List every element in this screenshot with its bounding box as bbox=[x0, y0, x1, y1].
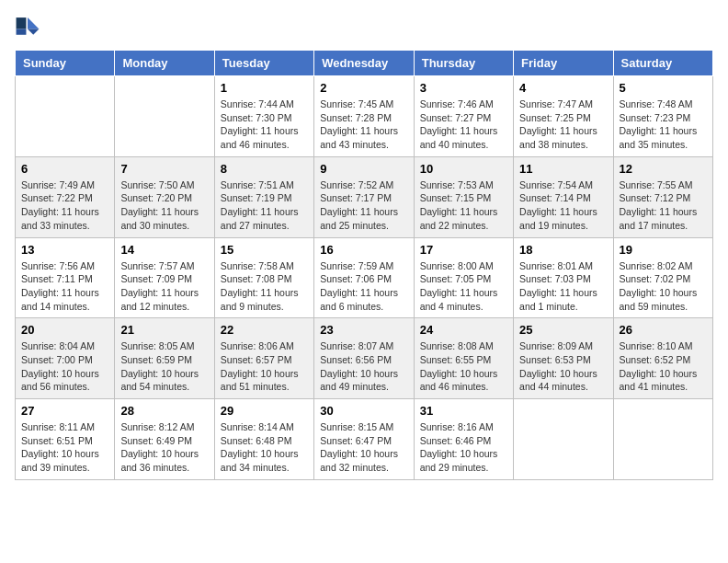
calendar-cell: 10Sunrise: 7:53 AM Sunset: 7:15 PM Dayli… bbox=[414, 156, 513, 237]
day-info: Sunrise: 8:09 AM Sunset: 6:53 PM Dayligh… bbox=[519, 339, 607, 394]
day-info: Sunrise: 7:54 AM Sunset: 7:14 PM Dayligh… bbox=[519, 178, 607, 233]
weekday-header-sunday: Sunday bbox=[16, 51, 115, 76]
day-info: Sunrise: 8:15 AM Sunset: 6:47 PM Dayligh… bbox=[320, 420, 407, 475]
day-number: 21 bbox=[120, 323, 208, 337]
day-number: 26 bbox=[620, 323, 707, 337]
calendar-cell: 2Sunrise: 7:45 AM Sunset: 7:28 PM Daylig… bbox=[314, 76, 414, 157]
day-number: 16 bbox=[320, 243, 407, 257]
calendar-cell: 20Sunrise: 8:04 AM Sunset: 7:00 PM Dayli… bbox=[16, 318, 115, 399]
day-number: 17 bbox=[420, 243, 507, 257]
calendar-cell: 31Sunrise: 8:16 AM Sunset: 6:46 PM Dayli… bbox=[414, 399, 513, 480]
day-number: 31 bbox=[420, 404, 507, 418]
day-info: Sunrise: 8:10 AM Sunset: 6:52 PM Dayligh… bbox=[620, 339, 707, 394]
calendar-cell bbox=[514, 399, 613, 480]
day-info: Sunrise: 8:07 AM Sunset: 6:56 PM Dayligh… bbox=[320, 339, 407, 394]
calendar-cell: 11Sunrise: 7:54 AM Sunset: 7:14 PM Dayli… bbox=[514, 156, 613, 237]
day-number: 28 bbox=[120, 404, 208, 418]
day-info: Sunrise: 8:01 AM Sunset: 7:03 PM Dayligh… bbox=[519, 259, 607, 314]
day-number: 8 bbox=[221, 162, 308, 176]
day-number: 6 bbox=[21, 162, 108, 176]
day-info: Sunrise: 7:48 AM Sunset: 7:23 PM Dayligh… bbox=[620, 98, 707, 152]
day-number: 18 bbox=[519, 243, 607, 257]
calendar-cell: 14Sunrise: 7:57 AM Sunset: 7:09 PM Dayli… bbox=[115, 237, 214, 318]
calendar-cell: 19Sunrise: 8:02 AM Sunset: 7:02 PM Dayli… bbox=[613, 237, 712, 318]
calendar-cell: 15Sunrise: 7:58 AM Sunset: 7:08 PM Dayli… bbox=[214, 237, 313, 318]
day-number: 30 bbox=[320, 404, 407, 418]
calendar-cell: 6Sunrise: 7:49 AM Sunset: 7:22 PM Daylig… bbox=[16, 156, 115, 237]
day-number: 3 bbox=[420, 81, 507, 95]
calendar-cell: 4Sunrise: 7:47 AM Sunset: 7:25 PM Daylig… bbox=[514, 76, 613, 157]
day-number: 2 bbox=[320, 81, 407, 95]
calendar-cell: 13Sunrise: 7:56 AM Sunset: 7:11 PM Dayli… bbox=[16, 237, 115, 318]
day-info: Sunrise: 7:58 AM Sunset: 7:08 PM Dayligh… bbox=[221, 259, 308, 314]
day-info: Sunrise: 7:52 AM Sunset: 7:17 PM Dayligh… bbox=[320, 178, 407, 233]
day-number: 15 bbox=[221, 243, 308, 257]
calendar-cell: 22Sunrise: 8:06 AM Sunset: 6:57 PM Dayli… bbox=[214, 318, 313, 399]
day-number: 20 bbox=[21, 323, 108, 337]
day-info: Sunrise: 8:08 AM Sunset: 6:55 PM Dayligh… bbox=[420, 339, 507, 394]
day-info: Sunrise: 8:00 AM Sunset: 7:05 PM Dayligh… bbox=[420, 259, 507, 314]
calendar-cell: 5Sunrise: 7:48 AM Sunset: 7:23 PM Daylig… bbox=[613, 76, 712, 157]
calendar-week-2: 6Sunrise: 7:49 AM Sunset: 7:22 PM Daylig… bbox=[16, 156, 713, 237]
weekday-header-monday: Monday bbox=[115, 51, 214, 76]
day-info: Sunrise: 7:50 AM Sunset: 7:20 PM Dayligh… bbox=[120, 178, 208, 233]
calendar-cell: 26Sunrise: 8:10 AM Sunset: 6:52 PM Dayli… bbox=[613, 318, 712, 399]
calendar-cell: 21Sunrise: 8:05 AM Sunset: 6:59 PM Dayli… bbox=[115, 318, 214, 399]
day-info: Sunrise: 8:14 AM Sunset: 6:48 PM Dayligh… bbox=[221, 420, 308, 475]
weekday-header-thursday: Thursday bbox=[414, 51, 513, 76]
calendar-week-3: 13Sunrise: 7:56 AM Sunset: 7:11 PM Dayli… bbox=[16, 237, 713, 318]
day-info: Sunrise: 8:11 AM Sunset: 6:51 PM Dayligh… bbox=[21, 420, 108, 475]
logo bbox=[15, 15, 44, 40]
svg-rect-2 bbox=[17, 17, 27, 29]
calendar-week-5: 27Sunrise: 8:11 AM Sunset: 6:51 PM Dayli… bbox=[16, 399, 713, 480]
day-number: 10 bbox=[420, 162, 507, 176]
day-number: 13 bbox=[21, 243, 108, 257]
day-number: 9 bbox=[320, 162, 407, 176]
calendar-cell: 24Sunrise: 8:08 AM Sunset: 6:55 PM Dayli… bbox=[414, 318, 513, 399]
day-number: 1 bbox=[221, 81, 308, 95]
day-number: 4 bbox=[519, 81, 607, 95]
calendar-cell: 27Sunrise: 8:11 AM Sunset: 6:51 PM Dayli… bbox=[16, 399, 115, 480]
calendar-week-4: 20Sunrise: 8:04 AM Sunset: 7:00 PM Dayli… bbox=[16, 318, 713, 399]
calendar-cell: 3Sunrise: 7:46 AM Sunset: 7:27 PM Daylig… bbox=[414, 76, 513, 157]
weekday-header-wednesday: Wednesday bbox=[314, 51, 414, 76]
day-info: Sunrise: 7:53 AM Sunset: 7:15 PM Dayligh… bbox=[420, 178, 507, 233]
day-number: 5 bbox=[620, 81, 707, 95]
calendar-cell: 23Sunrise: 8:07 AM Sunset: 6:56 PM Dayli… bbox=[314, 318, 414, 399]
calendar-header: SundayMondayTuesdayWednesdayThursdayFrid… bbox=[16, 51, 713, 76]
calendar-cell bbox=[115, 76, 214, 157]
day-info: Sunrise: 8:02 AM Sunset: 7:02 PM Dayligh… bbox=[620, 259, 707, 314]
calendar-cell bbox=[16, 76, 115, 157]
day-info: Sunrise: 8:12 AM Sunset: 6:49 PM Dayligh… bbox=[120, 420, 208, 475]
day-number: 24 bbox=[420, 323, 507, 337]
weekday-header-saturday: Saturday bbox=[613, 51, 712, 76]
day-info: Sunrise: 7:59 AM Sunset: 7:06 PM Dayligh… bbox=[320, 259, 407, 314]
day-info: Sunrise: 8:05 AM Sunset: 6:59 PM Dayligh… bbox=[120, 339, 208, 394]
day-info: Sunrise: 7:44 AM Sunset: 7:30 PM Dayligh… bbox=[221, 98, 308, 152]
day-info: Sunrise: 7:45 AM Sunset: 7:28 PM Dayligh… bbox=[320, 98, 407, 152]
day-info: Sunrise: 7:57 AM Sunset: 7:09 PM Dayligh… bbox=[120, 259, 208, 314]
calendar-cell: 1Sunrise: 7:44 AM Sunset: 7:30 PM Daylig… bbox=[214, 76, 313, 157]
svg-marker-1 bbox=[28, 29, 39, 35]
day-info: Sunrise: 7:55 AM Sunset: 7:12 PM Dayligh… bbox=[620, 178, 707, 233]
day-info: Sunrise: 7:47 AM Sunset: 7:25 PM Dayligh… bbox=[519, 98, 607, 152]
day-info: Sunrise: 7:49 AM Sunset: 7:22 PM Dayligh… bbox=[21, 178, 108, 233]
calendar-cell: 29Sunrise: 8:14 AM Sunset: 6:48 PM Dayli… bbox=[214, 399, 313, 480]
day-number: 22 bbox=[221, 323, 308, 337]
calendar-cell: 17Sunrise: 8:00 AM Sunset: 7:05 PM Dayli… bbox=[414, 237, 513, 318]
day-number: 23 bbox=[320, 323, 407, 337]
calendar-cell: 25Sunrise: 8:09 AM Sunset: 6:53 PM Dayli… bbox=[514, 318, 613, 399]
day-number: 27 bbox=[21, 404, 108, 418]
calendar-cell bbox=[613, 399, 712, 480]
day-number: 29 bbox=[221, 404, 308, 418]
day-number: 11 bbox=[519, 162, 607, 176]
day-info: Sunrise: 7:56 AM Sunset: 7:11 PM Dayligh… bbox=[21, 259, 108, 314]
day-number: 7 bbox=[120, 162, 208, 176]
day-number: 19 bbox=[620, 243, 707, 257]
weekday-header-friday: Friday bbox=[514, 51, 613, 76]
calendar-cell: 16Sunrise: 7:59 AM Sunset: 7:06 PM Dayli… bbox=[314, 237, 414, 318]
day-number: 14 bbox=[120, 243, 208, 257]
calendar-cell: 8Sunrise: 7:51 AM Sunset: 7:19 PM Daylig… bbox=[214, 156, 313, 237]
calendar-cell: 18Sunrise: 8:01 AM Sunset: 7:03 PM Dayli… bbox=[514, 237, 613, 318]
calendar-body: 1Sunrise: 7:44 AM Sunset: 7:30 PM Daylig… bbox=[16, 76, 713, 480]
